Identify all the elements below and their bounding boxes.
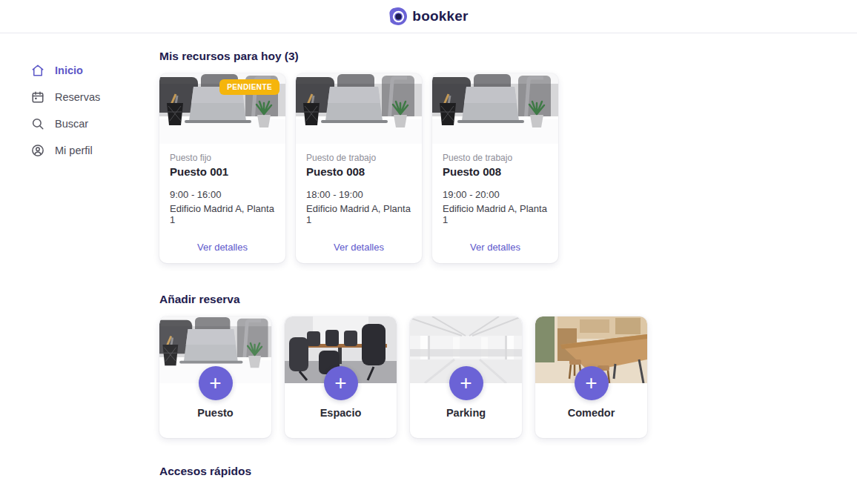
status-badge: PENDIENTE <box>219 79 279 95</box>
resource-time: 9:00 - 16:00 <box>170 189 275 200</box>
add-card-label: Puesto <box>159 407 271 419</box>
plus-icon[interactable]: + <box>324 366 358 400</box>
sidebar-item-label: Buscar <box>55 118 88 130</box>
add-card-puesto[interactable]: + Puesto <box>159 316 271 438</box>
search-icon <box>31 117 44 130</box>
add-reservation-row: + Puesto + Espacio + Parking <box>159 316 857 438</box>
plus-icon[interactable]: + <box>199 366 233 400</box>
resource-type: Puesto de trabajo <box>443 153 548 163</box>
desk-image <box>432 73 558 144</box>
sidebar-item-label: Mi perfil <box>55 145 93 156</box>
add-card-parking[interactable]: + Parking <box>410 316 522 438</box>
top-header: bookker <box>0 0 857 33</box>
resource-type: Puesto fijo <box>170 153 275 163</box>
sidebar-item-label: Reservas <box>55 91 100 103</box>
profile-icon <box>31 144 44 157</box>
view-details-link[interactable]: Ver detalles <box>306 242 411 253</box>
sidebar-item-reservas[interactable]: Reservas <box>31 84 159 110</box>
resource-type: Puesto de trabajo <box>306 153 411 163</box>
sidebar: Inicio Reservas Buscar <box>0 33 159 504</box>
resource-card: PENDIENTE Puesto fijo Puesto 001 9:00 - … <box>159 73 285 263</box>
sidebar-item-inicio[interactable]: Inicio <box>31 57 159 84</box>
add-card-espacio[interactable]: + Espacio <box>285 316 397 438</box>
bookker-logo[interactable]: bookker <box>388 7 468 26</box>
add-card-label: Parking <box>410 407 522 419</box>
add-card-label: Comedor <box>535 407 647 419</box>
sidebar-item-label: Inicio <box>55 64 83 76</box>
view-details-link[interactable]: Ver detalles <box>443 242 548 253</box>
home-icon <box>31 64 44 77</box>
resource-name: Puesto 001 <box>170 165 275 178</box>
desk-image <box>296 73 422 144</box>
plus-icon[interactable]: + <box>575 366 609 400</box>
resource-time: 19:00 - 20:00 <box>443 189 548 200</box>
resource-card-body: Puesto de trabajo Puesto 008 18:00 - 19:… <box>296 144 422 263</box>
resource-card-body: Puesto de trabajo Puesto 008 19:00 - 20:… <box>432 144 558 263</box>
resource-location: Edificio Madrid A, Planta 1 <box>170 203 275 225</box>
calendar-icon <box>31 90 44 104</box>
main-content: Mis recursos para hoy (3) PENDIENTE Pues… <box>159 33 857 504</box>
resource-location: Edificio Madrid A, Planta 1 <box>443 203 548 225</box>
bookker-logo-icon <box>388 7 408 26</box>
resource-name: Puesto 008 <box>443 165 548 178</box>
resource-card: Puesto de trabajo Puesto 008 19:00 - 20:… <box>432 73 558 263</box>
sidebar-item-mi-perfil[interactable]: Mi perfil <box>31 137 159 164</box>
resource-time: 18:00 - 19:00 <box>306 189 411 200</box>
logo-text: bookker <box>412 8 468 24</box>
resources-card-row: PENDIENTE Puesto fijo Puesto 001 9:00 - … <box>159 73 857 263</box>
add-section-title: Añadir reserva <box>159 293 857 306</box>
resources-section-title: Mis recursos para hoy (3) <box>159 50 857 63</box>
add-card-label: Espacio <box>285 407 397 419</box>
view-details-link[interactable]: Ver detalles <box>170 242 275 253</box>
sidebar-item-buscar[interactable]: Buscar <box>31 110 159 137</box>
plus-icon[interactable]: + <box>449 366 483 400</box>
quick-access-section-title: Accesos rápidos <box>159 465 857 478</box>
resource-card-body: Puesto fijo Puesto 001 9:00 - 16:00 Edif… <box>159 144 285 263</box>
desk-image: PENDIENTE <box>159 73 285 144</box>
add-card-comedor[interactable]: + Comedor <box>535 316 647 438</box>
resource-card: Puesto de trabajo Puesto 008 18:00 - 19:… <box>296 73 422 263</box>
resource-name: Puesto 008 <box>306 165 411 178</box>
resource-location: Edificio Madrid A, Planta 1 <box>306 203 411 225</box>
